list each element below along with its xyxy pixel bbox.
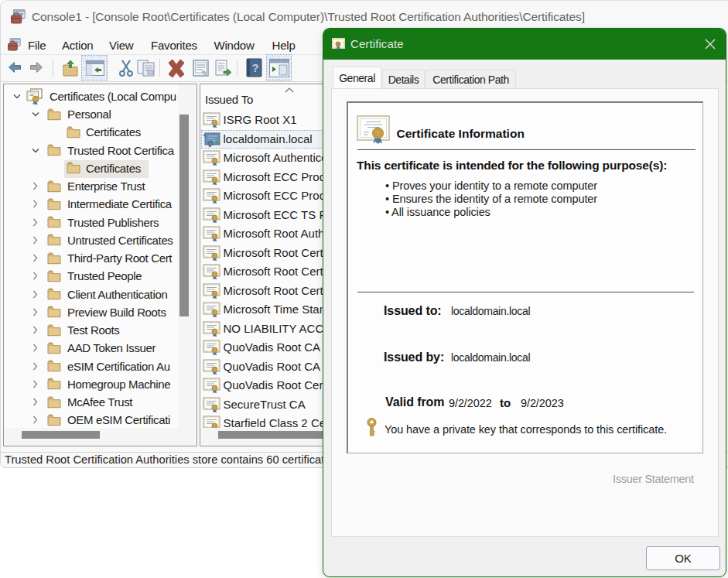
svg-text:?: ? <box>251 61 258 74</box>
